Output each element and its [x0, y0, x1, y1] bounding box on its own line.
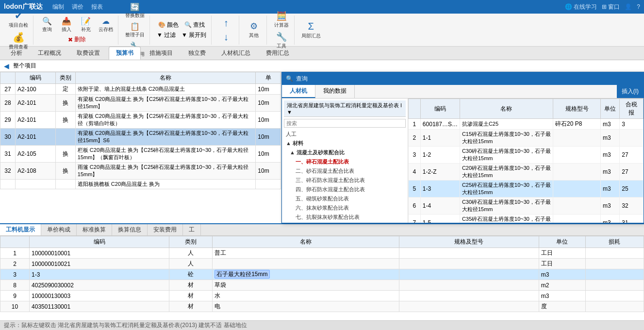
- query-result-row[interactable]: 4 1-2-Z C20碎石混凝土坍落度10~30，石子最大粒径15mm m3 2…: [409, 164, 644, 181]
- bottom-tab-materials[interactable]: 工料机显示: [0, 224, 41, 235]
- tree-item[interactable]: 八、特种砂浆、混凝土配合比表: [284, 222, 406, 223]
- bottom-table-row[interactable]: 10 403501130001 材 电 度: [0, 301, 644, 312]
- sum-icon: Σ: [308, 21, 314, 32]
- query-result-row[interactable]: 5 1-3 C25碎石混凝土坍落度10~30，石子最大粒径15mm m3 25: [409, 181, 644, 198]
- tab-fee-summary[interactable]: 费用汇总: [259, 47, 296, 59]
- tab-overview[interactable]: 工程概况: [31, 47, 68, 59]
- partial-sum-btn[interactable]: Σ 局部汇总: [299, 20, 323, 40]
- query-icon: 🔍: [42, 16, 52, 26]
- user-menu[interactable]: 👤: [625, 3, 632, 10]
- bottom-tab-install[interactable]: 安装费用: [148, 224, 183, 235]
- main-table-row[interactable]: 27 A2-100 定 依附于梁、墙上的混凝土线条 C20商品混凝土 10m: [0, 84, 281, 95]
- menu-price[interactable]: 调价: [72, 3, 83, 11]
- brow-seq: 8: [0, 280, 30, 291]
- move-up-btn[interactable]: ↑: [216, 16, 236, 30]
- cloud-btn[interactable]: ☁ 云存档: [97, 16, 115, 34]
- window-menu[interactable]: ⊞ 窗口: [602, 3, 620, 11]
- tree-item[interactable]: ▲ 混凝土及砂浆配合比: [284, 148, 406, 157]
- delete-icon: ✖: [68, 36, 73, 43]
- tree-item[interactable]: 六、抹灰砂浆配合比表: [284, 203, 406, 213]
- delete-btn[interactable]: ✖ 删除: [66, 35, 88, 44]
- bottom-table-row[interactable]: 1 100000010001 人 普工 工日: [0, 248, 644, 259]
- menu-edit[interactable]: 编制: [52, 3, 64, 11]
- query-insert-btn[interactable]: 插入(I): [617, 85, 644, 98]
- color-btn[interactable]: 🎨 颜色: [156, 20, 181, 30]
- query-result-row[interactable]: 2 1-1 C15碎石混凝土坍落度10~30，石子最大粒径15mm m3: [409, 130, 644, 147]
- online-study[interactable]: 🌐 在线学习: [565, 3, 597, 11]
- main-table-row[interactable]: 31 A2-105 换 栏板 C20商品混凝土 换为【C25碎石混凝土坍落度10…: [0, 146, 281, 163]
- tree-item[interactable]: 五、砌筑砂浆配合比表: [284, 194, 406, 203]
- supplement-btn[interactable]: 📝 补充: [77, 16, 95, 34]
- query-btn[interactable]: 🔍 查询: [38, 16, 56, 34]
- brow-unit: m2: [539, 280, 585, 291]
- main-table-row[interactable]: 32 A2-108 换 雨篷 C20商品混凝土 换为【C25碎石混凝土坍落度10…: [0, 163, 281, 180]
- toolbar-group-8: Σ 局部汇总: [297, 16, 326, 45]
- tools-icon: 🔧: [276, 32, 287, 42]
- main-table-row[interactable]: 29 A2-101 换 有梁板 C20商品混凝土 换为【C25碎石混凝土坍落度1…: [0, 112, 281, 129]
- tree-item[interactable]: 二、砂石混凝土配合比表: [284, 166, 406, 176]
- tab-standalone[interactable]: 独立费: [182, 47, 213, 59]
- bottom-col-type: 类别: [169, 236, 213, 248]
- bottom-table-row[interactable]: 8 4025090030002 材 草袋 m2: [0, 280, 644, 291]
- tree-item[interactable]: ▲ 材料: [284, 139, 406, 148]
- filter-btn[interactable]: ▼ 过滤: [155, 31, 178, 40]
- row-name: 栏板 C20商品混凝土 换为【C25碎石混凝土坍落度10~30，石子最大粒径15…: [75, 146, 256, 163]
- qrow-spec: [553, 198, 600, 214]
- qrow-unit: m3: [601, 214, 620, 223]
- bottom-tab-other[interactable]: 工: [183, 224, 201, 235]
- query-result-row[interactable]: 6 1-4 C30碎石混凝土坍落度10~30，石子最大粒径15mm m3 32: [409, 198, 644, 214]
- main-table-row[interactable]: 28 A2-101 换 有梁板 C20商品混凝土 换为【C25碎石混凝土坍落度1…: [0, 95, 281, 112]
- bottom-tab-conversion[interactable]: 换算信息: [112, 224, 148, 235]
- tab-fee-setting[interactable]: 取费设置: [70, 47, 107, 59]
- toolbar-group-4: 🎨 颜色 🔍 查找 ▼ 过滤 ▼ 展开到: [152, 16, 212, 45]
- row-name: 有梁板 C20商品混凝土 换为【C25碎石混凝土坍落度10~30，石子最大粒径（…: [75, 112, 256, 129]
- bottom-table-wrapper[interactable]: 编码 类别 名称 规格及型号 单位 损耗 1 100000010001 人 普工…: [0, 236, 644, 329]
- project-check-btn[interactable]: ✔ 项目自检: [7, 9, 30, 30]
- move-down-btn[interactable]: ↓: [216, 31, 236, 44]
- row-name: 遮阳板挑檐板 C20商品混凝土 换为: [75, 180, 256, 189]
- row-code: [15, 180, 55, 189]
- bottom-tab-standard[interactable]: 标准换算: [77, 224, 112, 235]
- other-btn[interactable]: ⚙ 其他: [244, 20, 264, 40]
- query-search-input[interactable]: [284, 119, 406, 128]
- query-db-header[interactable]: 湖北省房屋建筑与装饰工程消耗量定额及基价表 I ▼: [284, 100, 406, 117]
- help-btn[interactable]: ?: [637, 3, 640, 10]
- brow-type: 材: [169, 301, 213, 312]
- replace-data-btn[interactable]: 🔄 替换数据: [123, 1, 147, 20]
- tab-measures[interactable]: 措施项目: [143, 47, 180, 59]
- expand-btn[interactable]: ▼ 展开到: [180, 31, 208, 40]
- brow-loss: [585, 280, 644, 291]
- query-tree: 人工▲ 材料▲ 混凝土及砂浆配合比一、碎石混凝土配比表二、砂石混凝土配合比表三、…: [284, 130, 406, 223]
- menu-report[interactable]: 报表: [91, 3, 103, 11]
- bottom-table-row[interactable]: 2 100000010021 人 工日: [0, 259, 644, 269]
- main-table-row[interactable]: 遮阳板挑檐板 C20商品混凝土 换为: [0, 180, 281, 189]
- tree-item[interactable]: 四、卵石防水混凝土配合比表: [284, 185, 406, 194]
- tree-item[interactable]: 一、碎石混凝土配比表: [284, 157, 406, 166]
- query-result-row[interactable]: 7 1-5 C35碎石混凝土坍落度10~30，石子最大粒径15mm m3 31: [409, 214, 644, 223]
- collapse-btn[interactable]: ◀: [4, 62, 9, 70]
- bottom-table-row[interactable]: 9 100000130003 材 水 m3: [0, 291, 644, 301]
- bottom-table-row[interactable]: 3 1-3 砼 石子最大粒径15mm m3: [0, 269, 644, 280]
- tree-item[interactable]: 三、碎石防水混凝土配合比表: [284, 176, 406, 185]
- tab-materials[interactable]: 人材机汇总: [215, 47, 257, 59]
- brow-type: 材: [169, 291, 213, 301]
- tab-analysis[interactable]: 分析: [4, 47, 29, 59]
- main-area: 编码 类别 名称 单 27 A2-100 定 依附于梁、墙上的混凝土线条 C20…: [0, 72, 644, 330]
- cloud-icon: ☁: [102, 16, 110, 26]
- insert-btn[interactable]: 📥 插入: [58, 16, 75, 34]
- toolbar: ✔ 项目自检 💰 费用查看 🔍 查询 📥 插入 📝 补充 ☁ 云存档: [0, 14, 644, 47]
- query-tab-materials[interactable]: 人材机: [282, 85, 315, 98]
- tree-item[interactable]: 人工: [284, 130, 406, 139]
- query-tab-mydata[interactable]: 我的数据: [315, 85, 355, 98]
- main-table-row[interactable]: 30 A2-101 有梁板 C20商品混凝土 换为【C25碎石混凝土坍落度10~…: [0, 129, 281, 146]
- find-btn[interactable]: 🔍 查找: [182, 20, 207, 30]
- toolbar-group-7: 🧮 计算器 🔧 工具: [269, 16, 295, 45]
- bottom-tab-unit-price[interactable]: 单价构成: [41, 224, 77, 235]
- tab-budget[interactable]: 预算书: [109, 47, 141, 60]
- query-result-row[interactable]: 1 600187…S… 抗渗混凝土C25 碎石20 P8 m3 3: [409, 119, 644, 130]
- tree-item[interactable]: 七、抗裂抹灰砂浆配合比表: [284, 213, 406, 222]
- brow-spec: [399, 291, 539, 301]
- organize-btn[interactable]: 📋 整理子目: [123, 21, 147, 39]
- calculator-btn[interactable]: 🧮 计算器: [272, 10, 291, 30]
- query-result-row[interactable]: 3 1-2 C30碎石混凝土坍落度10~30，石子最大粒径15mm m3 27: [409, 147, 644, 164]
